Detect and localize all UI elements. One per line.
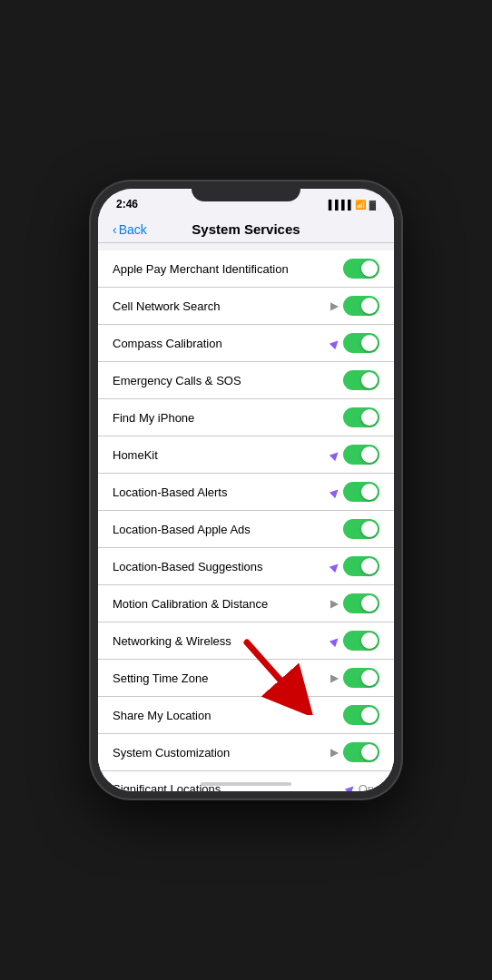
item-label-motion: Motion Calibration & Distance [113, 597, 268, 611]
toggle-share-location[interactable] [343, 705, 379, 725]
phone-screen: 2:46 ▐▐▐▐ 📶 ▓ ‹ Back System Services App… [98, 189, 394, 791]
home-indicator [201, 782, 291, 786]
list-item-homekit[interactable]: HomeKit▶ [98, 436, 394, 474]
item-right-significant: ▶On› [346, 782, 379, 792]
item-left-system-custom: System Customization [113, 746, 330, 760]
item-label-location-suggestions: Location-Based Suggestions [113, 560, 263, 573]
list-item-compass[interactable]: Compass Calibration▶ [98, 325, 394, 362]
toggle-location-ads[interactable] [343, 519, 379, 539]
item-left-location-alerts: Location-Based Alerts [113, 485, 330, 499]
list-item-location-alerts[interactable]: Location-Based Alerts▶ [98, 474, 394, 511]
item-left-networking: Networking & Wireless [113, 634, 330, 648]
toggle-networking[interactable] [343, 631, 379, 651]
item-right-time-zone: ▶ [330, 668, 379, 688]
chevron-right-icon: › [376, 782, 379, 791]
item-left-time-zone: Setting Time Zone [113, 671, 330, 685]
item-label-homekit: HomeKit [113, 448, 158, 462]
toggle-apple-pay[interactable] [343, 259, 379, 279]
location-arrow-icon-motion: ▶ [330, 598, 338, 610]
item-left-share-location: Share My Location [113, 709, 343, 722]
item-right-find-my-iphone [343, 407, 379, 427]
location-arrow-icon-time-zone: ▶ [330, 672, 338, 684]
status-icons: ▐▐▐▐ 📶 ▓ [325, 200, 376, 210]
item-right-networking: ▶ [330, 631, 379, 651]
item-right-apple-pay [343, 259, 379, 279]
status-time: 2:46 [116, 198, 138, 211]
item-left-location-suggestions: Location-Based Suggestions [113, 560, 330, 573]
item-right-location-ads [343, 519, 379, 539]
item-right-homekit: ▶ [330, 445, 379, 465]
item-label-system-custom: System Customization [113, 746, 230, 760]
item-right-location-alerts: ▶ [330, 482, 379, 502]
notch [192, 181, 300, 201]
item-right-system-custom: ▶ [330, 742, 379, 762]
toggle-homekit[interactable] [343, 445, 379, 465]
list-item-significant[interactable]: Significant Locations▶On› [98, 771, 394, 791]
item-right-cell-network: ▶ [330, 296, 379, 316]
toggle-compass[interactable] [343, 333, 379, 353]
back-label: Back [119, 222, 147, 237]
item-label-time-zone: Setting Time Zone [113, 671, 209, 685]
nav-bar: ‹ Back System Services [98, 216, 394, 243]
page-title: System Services [192, 221, 300, 237]
list-item-cell-network[interactable]: Cell Network Search▶ [98, 288, 394, 325]
item-left-motion: Motion Calibration & Distance [113, 597, 330, 611]
item-label-find-my-iphone: Find My iPhone [113, 411, 194, 425]
item-right-share-location [343, 705, 379, 725]
item-label-apple-pay: Apple Pay Merchant Identification [113, 262, 289, 276]
toggle-location-suggestions[interactable] [343, 556, 379, 576]
item-label-location-alerts: Location-Based Alerts [113, 485, 227, 499]
on-chevron-significant: On› [359, 782, 379, 792]
wifi-icon: 📶 [355, 200, 366, 210]
back-button[interactable]: ‹ Back [113, 222, 147, 237]
item-left-cell-network: Cell Network Search [113, 299, 330, 313]
item-left-location-ads: Location-Based Apple Ads [113, 523, 343, 536]
item-left-compass: Compass Calibration [113, 337, 330, 350]
on-text: On [359, 782, 374, 792]
list-item-apple-pay[interactable]: Apple Pay Merchant Identification [98, 250, 394, 288]
toggle-system-custom[interactable] [343, 742, 379, 762]
toggle-cell-network[interactable] [343, 296, 379, 316]
item-right-location-suggestions: ▶ [330, 556, 379, 576]
section-gap [98, 243, 394, 250]
phone-frame: 2:46 ▐▐▐▐ 📶 ▓ ‹ Back System Services App… [91, 181, 401, 799]
item-left-apple-pay: Apple Pay Merchant Identification [113, 262, 343, 276]
toggle-motion[interactable] [343, 593, 379, 613]
signal-icon: ▐▐▐▐ [325, 200, 350, 210]
list-item-networking[interactable]: Networking & Wireless▶ [98, 622, 394, 660]
list-item-emergency[interactable]: Emergency Calls & SOS [98, 362, 394, 399]
item-label-compass: Compass Calibration [113, 337, 222, 350]
item-right-motion: ▶ [330, 593, 379, 613]
list-item-motion[interactable]: Motion Calibration & Distance▶ [98, 585, 394, 622]
item-label-cell-network: Cell Network Search [113, 299, 221, 313]
location-arrow-icon-system-custom: ▶ [330, 747, 338, 759]
list-item-location-suggestions[interactable]: Location-Based Suggestions▶ [98, 548, 394, 585]
location-arrow-icon-cell-network: ▶ [330, 300, 338, 312]
item-left-homekit: HomeKit [113, 448, 330, 462]
toggle-emergency[interactable] [343, 370, 379, 390]
item-right-compass: ▶ [330, 333, 379, 353]
item-label-location-ads: Location-Based Apple Ads [113, 523, 251, 536]
settings-list: Apple Pay Merchant IdentificationCell Ne… [98, 250, 394, 791]
item-right-emergency [343, 370, 379, 390]
toggle-location-alerts[interactable] [343, 482, 379, 502]
item-left-emergency: Emergency Calls & SOS [113, 374, 343, 387]
toggle-find-my-iphone[interactable] [343, 407, 379, 427]
item-label-emergency: Emergency Calls & SOS [113, 374, 241, 387]
item-left-find-my-iphone: Find My iPhone [113, 411, 343, 425]
battery-icon: ▓ [369, 200, 376, 210]
toggle-time-zone[interactable] [343, 668, 379, 688]
list-item-find-my-iphone[interactable]: Find My iPhone [98, 399, 394, 436]
screen-content: ‹ Back System Services Apple Pay Merchan… [98, 216, 394, 791]
item-label-networking: Networking & Wireless [113, 634, 231, 648]
list-item-share-location[interactable]: Share My Location [98, 697, 394, 734]
item-label-share-location: Share My Location [113, 709, 211, 722]
list-item-location-ads[interactable]: Location-Based Apple Ads [98, 511, 394, 548]
chevron-left-icon: ‹ [113, 222, 117, 237]
list-item-system-custom[interactable]: System Customization▶ [98, 734, 394, 771]
list-item-time-zone[interactable]: Setting Time Zone▶ [98, 660, 394, 697]
